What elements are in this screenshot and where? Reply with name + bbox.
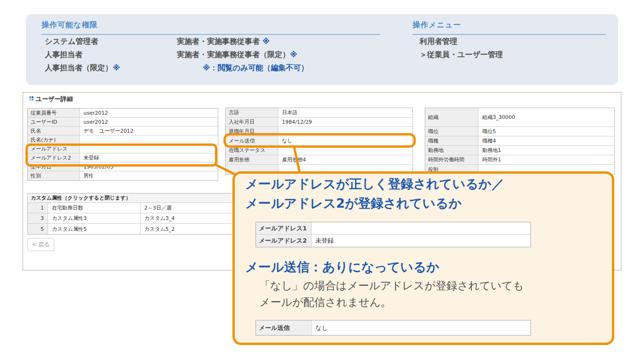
row-label: 時間外労働時間 bbox=[425, 155, 479, 164]
row-label: メール送信 bbox=[256, 320, 312, 335]
table-row: 時間外労働時間時間外1 bbox=[425, 155, 614, 165]
profile-table-right: 組織組織3_30000 職位職位5 職種職種4 勤務地勤務地1 時間外労働時間時… bbox=[425, 108, 615, 175]
table-row: 性別男性 bbox=[28, 171, 218, 180]
permission-item: 人事担当者 bbox=[45, 50, 83, 60]
row-value: 組織3_30000 bbox=[479, 108, 614, 126]
row-value: 職種4 bbox=[479, 136, 614, 145]
row-value bbox=[80, 144, 218, 153]
table-row: 氏名デモ ユーザー2012 bbox=[28, 126, 218, 135]
row-value: 1984/12/29 bbox=[278, 118, 413, 126]
attribute-name: カスタム属性3 bbox=[48, 213, 140, 223]
permission-item: システム管理者 bbox=[45, 36, 99, 47]
permission-item: 人事担当者（限定）※ bbox=[45, 63, 120, 73]
row-value: 日本語 bbox=[278, 108, 413, 117]
row-value: user2012 bbox=[80, 109, 218, 117]
table-row: 職種職種4 bbox=[425, 136, 614, 146]
annotation-body-line-1: 「なし」の場合はメールアドレスが登録されていても bbox=[259, 278, 524, 294]
operation-menu-divider bbox=[413, 34, 606, 35]
menu-line: ＞従業員・ユーザー管理 bbox=[420, 50, 503, 60]
table-row-email2: メールアドレス2未登録 bbox=[28, 153, 218, 162]
row-label: 職位 bbox=[425, 127, 479, 136]
permission-mark: ※ bbox=[290, 50, 297, 59]
menu-line: 利用者管理 bbox=[420, 36, 457, 47]
table-row: 職位職位5 bbox=[425, 127, 614, 136]
row-label: 勤務地 bbox=[425, 146, 479, 155]
annotation-body-line-2: メールが配信されません。 bbox=[259, 294, 391, 310]
row-number: 5 bbox=[28, 224, 48, 234]
annotation-mail-send-table: メール送信なし bbox=[256, 320, 531, 336]
table-row: 氏名(カナ) bbox=[28, 135, 218, 144]
back-button[interactable]: < 戻る bbox=[27, 238, 54, 251]
permission-item: 実施者・実施事務従事者 ※ bbox=[177, 36, 270, 47]
row-label: メールアドレス2 bbox=[256, 235, 312, 247]
permissions-title: 操作可能な権限 bbox=[41, 20, 98, 30]
row-label: メールアドレス1 bbox=[256, 222, 312, 234]
table-row: 入社年月日1984/12/29 bbox=[226, 118, 413, 127]
permission-text: 実施者・実施事務従事者（限定） bbox=[177, 50, 290, 59]
row-label: 氏名(カナ) bbox=[28, 135, 80, 144]
annotation-headline-1: メールアドレスが正しく登録されているか／ bbox=[245, 176, 504, 193]
permission-text: 実施者・実施事務従事者 bbox=[177, 37, 263, 46]
row-label: 従業員番号 bbox=[28, 109, 80, 117]
row-value: 職位5 bbox=[479, 127, 614, 136]
row-value: 未登録 bbox=[312, 235, 530, 247]
page: 操作可能な権限 システム管理者 人事担当者 人事担当者（限定）※ 実施者・実施事… bbox=[0, 0, 644, 362]
table-row: ユーザーIDuser2012 bbox=[28, 118, 218, 126]
row-label: メールアドレス2 bbox=[28, 153, 80, 162]
table-row: 在職ステータス bbox=[226, 146, 413, 155]
row-value bbox=[80, 135, 218, 144]
row-label: 入社年月日 bbox=[226, 118, 278, 126]
row-value bbox=[312, 222, 530, 234]
row-label: 職種 bbox=[425, 136, 479, 145]
operation-menu-title: 操作メニュー bbox=[413, 20, 461, 30]
row-label: 言語 bbox=[226, 108, 278, 117]
row-label: 在職ステータス bbox=[226, 146, 278, 155]
permission-item: 実施者・実施事務従事者（限定）※ bbox=[177, 50, 297, 60]
row-label: 雇用形態 bbox=[226, 155, 278, 164]
row-value: 時間外1 bbox=[479, 155, 614, 164]
table-row: 雇用形態雇用形態4 bbox=[226, 155, 413, 165]
row-value: なし bbox=[278, 136, 413, 145]
permission-text: 人事担当者（限定） bbox=[45, 63, 113, 72]
table-row: メール送信なし bbox=[256, 320, 530, 335]
row-value bbox=[278, 146, 413, 155]
permissions-note: ※：閲覧のみ可能（編集不可） bbox=[203, 63, 308, 73]
table-row: 組織組織3_30000 bbox=[425, 108, 614, 127]
table-row: 従業員番号user2012 bbox=[28, 109, 218, 118]
annotation-headline-2: メールアドレス2が登録されているか bbox=[245, 195, 462, 212]
table-row-email: メールアドレス bbox=[28, 144, 218, 153]
table-row: メールアドレス1 bbox=[256, 222, 530, 235]
permissions-divider bbox=[41, 34, 380, 35]
info-panel: 操作可能な権限 システム管理者 人事担当者 人事担当者（限定）※ 実施者・実施事… bbox=[26, 14, 618, 85]
permission-text: 人事担当者 bbox=[45, 50, 83, 59]
table-row: 勤務地勤務地1 bbox=[425, 146, 614, 155]
permission-mark: ※ bbox=[263, 37, 270, 46]
row-label: 性別 bbox=[28, 171, 80, 180]
user-detail-icon bbox=[29, 96, 33, 101]
row-value: 雇用形態4 bbox=[278, 155, 413, 164]
attribute-name: カスタム属性5 bbox=[48, 224, 140, 234]
row-value bbox=[278, 127, 413, 136]
row-value: user2012 bbox=[80, 118, 218, 126]
annotation-headline-3: メール送信：ありになっているか bbox=[245, 259, 439, 276]
row-number: 3 bbox=[28, 213, 48, 223]
row-label: メール送信 bbox=[226, 136, 278, 145]
row-number: 1 bbox=[28, 203, 48, 213]
row-value: なし bbox=[312, 320, 530, 335]
table-row-mail-send: メール送信なし bbox=[226, 136, 413, 146]
table-row: メールアドレス2未登録 bbox=[256, 235, 530, 247]
row-label: 組織 bbox=[425, 108, 479, 126]
row-value: 1963/02/03 bbox=[80, 162, 218, 171]
profile-table-middle: 言語日本語 入社年月日1984/12/29 退職年月日 メール送信なし 在職ステ… bbox=[225, 108, 413, 175]
profile-table-left: 従業員番号user2012 ユーザーIDuser2012 氏名デモ ユーザー20… bbox=[27, 108, 218, 181]
row-label: 氏名 bbox=[28, 126, 80, 135]
attribute-name: 在宅勤務日数 bbox=[48, 203, 140, 213]
permission-mark: ※ bbox=[113, 63, 120, 72]
annotation-callout: メールアドレスが正しく登録されているか／ メールアドレス2が登録されているか メ… bbox=[232, 171, 614, 345]
row-value: 勤務地1 bbox=[479, 146, 614, 155]
row-label: 生年月日 bbox=[28, 162, 80, 171]
row-value: 男性 bbox=[80, 171, 218, 180]
table-row: 言語日本語 bbox=[226, 108, 413, 118]
row-value: デモ ユーザー2012 bbox=[80, 126, 218, 135]
table-row: 退職年月日 bbox=[226, 127, 413, 136]
